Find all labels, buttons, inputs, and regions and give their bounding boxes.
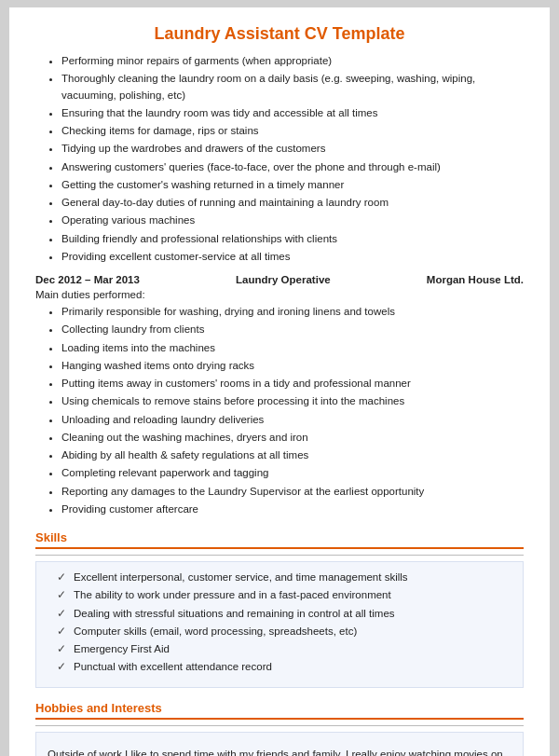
hobbies-gray-divider xyxy=(35,725,524,726)
list-item: Putting items away in customers' rooms i… xyxy=(61,376,524,392)
list-item: Thoroughly cleaning the laundry room on … xyxy=(61,71,524,103)
list-item: Loading items into the machines xyxy=(61,340,524,356)
hobbies-text: Outside of work I like to spend time wit… xyxy=(48,746,511,757)
job2-dates: Dec 2012 – Mar 2013 xyxy=(35,274,140,285)
hobbies-orange-divider xyxy=(35,718,524,720)
skill-item: The ability to work under pressure and i… xyxy=(57,587,511,603)
list-item: General day-to-day duties of running and… xyxy=(61,195,524,211)
skills-gray-divider xyxy=(35,555,524,556)
list-item: Cleaning out the washing machines, dryer… xyxy=(61,430,524,446)
list-item: Tidying up the wardrobes and drawers of … xyxy=(61,141,524,157)
job2-role: Laundry Operative xyxy=(236,274,331,285)
list-item: Using chemicals to remove stains before … xyxy=(61,393,524,409)
list-item: Building friendly and professional relat… xyxy=(61,231,524,247)
list-item: Completing relevant paperwork and taggin… xyxy=(61,465,524,481)
cv-page: Laundry Assistant CV Template Performing… xyxy=(9,7,550,756)
list-item: Primarily responsible for washing, dryin… xyxy=(61,304,524,320)
list-item: Getting the customer's washing returned … xyxy=(61,177,524,193)
skills-title: Skills xyxy=(35,530,524,544)
list-item: Collecting laundry from clients xyxy=(61,322,524,337)
skill-item: Dealing with stressful situations and re… xyxy=(57,606,511,622)
skill-item: Emergency First Aid xyxy=(57,641,511,657)
hobbies-title: Hobbies and Interests xyxy=(35,701,524,715)
prev-duties-list: Performing minor repairs of garments (wh… xyxy=(35,53,524,265)
list-item: Ensuring that the laundry room was tidy … xyxy=(61,105,524,121)
skill-item: Computer skills (email, word processing,… xyxy=(57,624,511,639)
skill-item: Punctual with excellent attendance recor… xyxy=(57,659,511,675)
list-item: Reporting any damages to the Laundry Sup… xyxy=(61,484,524,500)
job2-header: Dec 2012 – Mar 2013 Laundry Operative Mo… xyxy=(35,274,524,285)
list-item: Abiding by all health & safety regulatio… xyxy=(61,447,524,463)
job2-duties-list: Primarily responsible for washing, dryin… xyxy=(35,304,524,517)
list-item: Hanging washed items onto drying racks xyxy=(61,358,524,374)
list-item: Providing excellent customer-service at … xyxy=(61,249,524,265)
job2-company: Morgan House Ltd. xyxy=(427,274,524,285)
list-item: Unloading and reloading laundry deliveri… xyxy=(61,412,524,428)
skill-item: Excellent interpersonal, customer servic… xyxy=(57,570,511,585)
skills-block: Excellent interpersonal, customer servic… xyxy=(35,561,524,688)
list-item: Operating various machines xyxy=(61,213,524,228)
skills-list: Excellent interpersonal, customer servic… xyxy=(48,570,511,676)
duties-label: Main duties performed: xyxy=(35,289,524,300)
list-item: Performing minor repairs of garments (wh… xyxy=(61,53,524,69)
list-item: Providing customer aftercare xyxy=(61,502,524,517)
page-title: Laundry Assistant CV Template xyxy=(35,24,524,44)
list-item: Answering customers' queries (face-to-fa… xyxy=(61,159,524,175)
hobbies-block: Outside of work I like to spend time wit… xyxy=(35,732,524,757)
list-item: Checking items for damage, rips or stain… xyxy=(61,123,524,139)
skills-orange-divider xyxy=(35,547,524,549)
